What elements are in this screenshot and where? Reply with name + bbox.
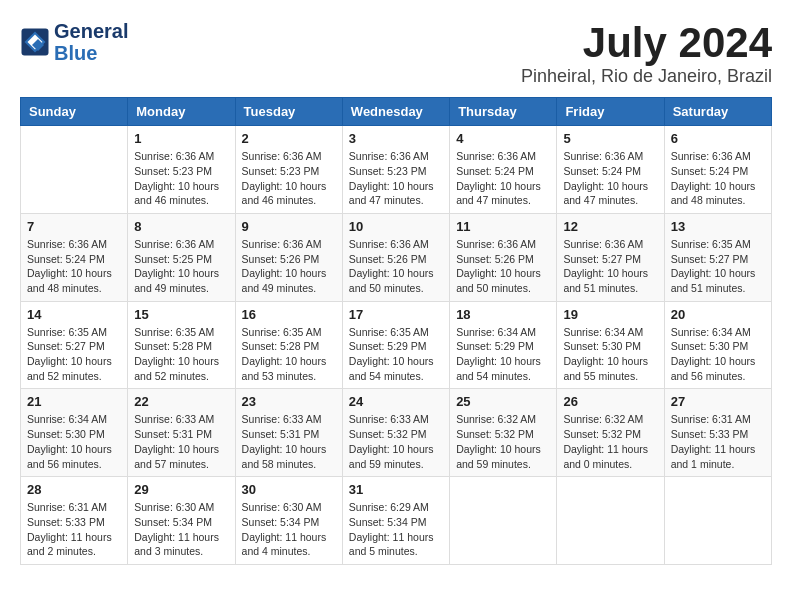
calendar-cell: 6Sunrise: 6:36 AM Sunset: 5:24 PM Daylig…	[664, 126, 771, 214]
day-info: Sunrise: 6:29 AM Sunset: 5:34 PM Dayligh…	[349, 500, 443, 559]
calendar-cell: 23Sunrise: 6:33 AM Sunset: 5:31 PM Dayli…	[235, 389, 342, 477]
day-info: Sunrise: 6:33 AM Sunset: 5:31 PM Dayligh…	[134, 412, 228, 471]
calendar-cell: 1Sunrise: 6:36 AM Sunset: 5:23 PM Daylig…	[128, 126, 235, 214]
day-info: Sunrise: 6:36 AM Sunset: 5:26 PM Dayligh…	[242, 237, 336, 296]
day-info: Sunrise: 6:36 AM Sunset: 5:26 PM Dayligh…	[349, 237, 443, 296]
day-number: 17	[349, 307, 443, 322]
day-info: Sunrise: 6:35 AM Sunset: 5:28 PM Dayligh…	[242, 325, 336, 384]
calendar-cell: 26Sunrise: 6:32 AM Sunset: 5:32 PM Dayli…	[557, 389, 664, 477]
day-number: 18	[456, 307, 550, 322]
calendar-cell: 11Sunrise: 6:36 AM Sunset: 5:26 PM Dayli…	[450, 213, 557, 301]
day-number: 14	[27, 307, 121, 322]
calendar-cell: 20Sunrise: 6:34 AM Sunset: 5:30 PM Dayli…	[664, 301, 771, 389]
weekday-thursday: Thursday	[450, 98, 557, 126]
day-number: 5	[563, 131, 657, 146]
day-info: Sunrise: 6:30 AM Sunset: 5:34 PM Dayligh…	[242, 500, 336, 559]
calendar-cell: 16Sunrise: 6:35 AM Sunset: 5:28 PM Dayli…	[235, 301, 342, 389]
day-number: 4	[456, 131, 550, 146]
day-number: 31	[349, 482, 443, 497]
day-number: 28	[27, 482, 121, 497]
calendar-cell: 17Sunrise: 6:35 AM Sunset: 5:29 PM Dayli…	[342, 301, 449, 389]
calendar-week-4: 21Sunrise: 6:34 AM Sunset: 5:30 PM Dayli…	[21, 389, 772, 477]
calendar-cell	[21, 126, 128, 214]
calendar-cell	[664, 477, 771, 565]
day-info: Sunrise: 6:36 AM Sunset: 5:27 PM Dayligh…	[563, 237, 657, 296]
calendar-cell	[450, 477, 557, 565]
day-number: 16	[242, 307, 336, 322]
calendar-cell: 4Sunrise: 6:36 AM Sunset: 5:24 PM Daylig…	[450, 126, 557, 214]
day-number: 10	[349, 219, 443, 234]
calendar-cell: 13Sunrise: 6:35 AM Sunset: 5:27 PM Dayli…	[664, 213, 771, 301]
day-number: 8	[134, 219, 228, 234]
calendar-cell: 22Sunrise: 6:33 AM Sunset: 5:31 PM Dayli…	[128, 389, 235, 477]
logo-icon	[20, 27, 50, 57]
day-info: Sunrise: 6:36 AM Sunset: 5:24 PM Dayligh…	[27, 237, 121, 296]
day-number: 26	[563, 394, 657, 409]
day-number: 24	[349, 394, 443, 409]
calendar-cell: 8Sunrise: 6:36 AM Sunset: 5:25 PM Daylig…	[128, 213, 235, 301]
weekday-tuesday: Tuesday	[235, 98, 342, 126]
calendar-cell: 30Sunrise: 6:30 AM Sunset: 5:34 PM Dayli…	[235, 477, 342, 565]
calendar-cell: 27Sunrise: 6:31 AM Sunset: 5:33 PM Dayli…	[664, 389, 771, 477]
calendar-table: SundayMondayTuesdayWednesdayThursdayFrid…	[20, 97, 772, 565]
day-info: Sunrise: 6:31 AM Sunset: 5:33 PM Dayligh…	[27, 500, 121, 559]
calendar-cell: 28Sunrise: 6:31 AM Sunset: 5:33 PM Dayli…	[21, 477, 128, 565]
day-info: Sunrise: 6:36 AM Sunset: 5:25 PM Dayligh…	[134, 237, 228, 296]
day-number: 6	[671, 131, 765, 146]
day-number: 11	[456, 219, 550, 234]
day-info: Sunrise: 6:36 AM Sunset: 5:26 PM Dayligh…	[456, 237, 550, 296]
calendar-cell: 25Sunrise: 6:32 AM Sunset: 5:32 PM Dayli…	[450, 389, 557, 477]
calendar-cell: 18Sunrise: 6:34 AM Sunset: 5:29 PM Dayli…	[450, 301, 557, 389]
day-number: 21	[27, 394, 121, 409]
day-info: Sunrise: 6:34 AM Sunset: 5:29 PM Dayligh…	[456, 325, 550, 384]
day-info: Sunrise: 6:34 AM Sunset: 5:30 PM Dayligh…	[671, 325, 765, 384]
calendar-cell: 9Sunrise: 6:36 AM Sunset: 5:26 PM Daylig…	[235, 213, 342, 301]
day-info: Sunrise: 6:35 AM Sunset: 5:27 PM Dayligh…	[27, 325, 121, 384]
day-number: 19	[563, 307, 657, 322]
calendar-cell: 5Sunrise: 6:36 AM Sunset: 5:24 PM Daylig…	[557, 126, 664, 214]
day-number: 27	[671, 394, 765, 409]
day-number: 12	[563, 219, 657, 234]
day-info: Sunrise: 6:30 AM Sunset: 5:34 PM Dayligh…	[134, 500, 228, 559]
day-info: Sunrise: 6:35 AM Sunset: 5:27 PM Dayligh…	[671, 237, 765, 296]
day-info: Sunrise: 6:33 AM Sunset: 5:32 PM Dayligh…	[349, 412, 443, 471]
calendar-cell: 15Sunrise: 6:35 AM Sunset: 5:28 PM Dayli…	[128, 301, 235, 389]
day-number: 9	[242, 219, 336, 234]
day-number: 25	[456, 394, 550, 409]
day-info: Sunrise: 6:32 AM Sunset: 5:32 PM Dayligh…	[563, 412, 657, 471]
calendar-week-2: 7Sunrise: 6:36 AM Sunset: 5:24 PM Daylig…	[21, 213, 772, 301]
day-info: Sunrise: 6:36 AM Sunset: 5:24 PM Dayligh…	[671, 149, 765, 208]
calendar-cell: 21Sunrise: 6:34 AM Sunset: 5:30 PM Dayli…	[21, 389, 128, 477]
calendar-cell: 31Sunrise: 6:29 AM Sunset: 5:34 PM Dayli…	[342, 477, 449, 565]
calendar-body: 1Sunrise: 6:36 AM Sunset: 5:23 PM Daylig…	[21, 126, 772, 565]
day-number: 7	[27, 219, 121, 234]
weekday-saturday: Saturday	[664, 98, 771, 126]
day-info: Sunrise: 6:31 AM Sunset: 5:33 PM Dayligh…	[671, 412, 765, 471]
calendar-cell: 7Sunrise: 6:36 AM Sunset: 5:24 PM Daylig…	[21, 213, 128, 301]
calendar-cell: 19Sunrise: 6:34 AM Sunset: 5:30 PM Dayli…	[557, 301, 664, 389]
month-title: July 2024	[521, 20, 772, 66]
calendar-week-3: 14Sunrise: 6:35 AM Sunset: 5:27 PM Dayli…	[21, 301, 772, 389]
day-info: Sunrise: 6:35 AM Sunset: 5:28 PM Dayligh…	[134, 325, 228, 384]
day-info: Sunrise: 6:34 AM Sunset: 5:30 PM Dayligh…	[27, 412, 121, 471]
day-number: 13	[671, 219, 765, 234]
calendar-week-5: 28Sunrise: 6:31 AM Sunset: 5:33 PM Dayli…	[21, 477, 772, 565]
page-header: General Blue July 2024 Pinheiral, Rio de…	[20, 20, 772, 87]
day-number: 29	[134, 482, 228, 497]
logo-text: General Blue	[54, 20, 128, 64]
day-info: Sunrise: 6:36 AM Sunset: 5:23 PM Dayligh…	[349, 149, 443, 208]
day-info: Sunrise: 6:32 AM Sunset: 5:32 PM Dayligh…	[456, 412, 550, 471]
day-info: Sunrise: 6:35 AM Sunset: 5:29 PM Dayligh…	[349, 325, 443, 384]
weekday-sunday: Sunday	[21, 98, 128, 126]
weekday-header-row: SundayMondayTuesdayWednesdayThursdayFrid…	[21, 98, 772, 126]
day-info: Sunrise: 6:36 AM Sunset: 5:24 PM Dayligh…	[456, 149, 550, 208]
day-number: 20	[671, 307, 765, 322]
logo: General Blue	[20, 20, 128, 64]
day-number: 1	[134, 131, 228, 146]
calendar-cell: 24Sunrise: 6:33 AM Sunset: 5:32 PM Dayli…	[342, 389, 449, 477]
day-number: 15	[134, 307, 228, 322]
calendar-cell: 14Sunrise: 6:35 AM Sunset: 5:27 PM Dayli…	[21, 301, 128, 389]
calendar-cell: 2Sunrise: 6:36 AM Sunset: 5:23 PM Daylig…	[235, 126, 342, 214]
weekday-friday: Friday	[557, 98, 664, 126]
weekday-wednesday: Wednesday	[342, 98, 449, 126]
